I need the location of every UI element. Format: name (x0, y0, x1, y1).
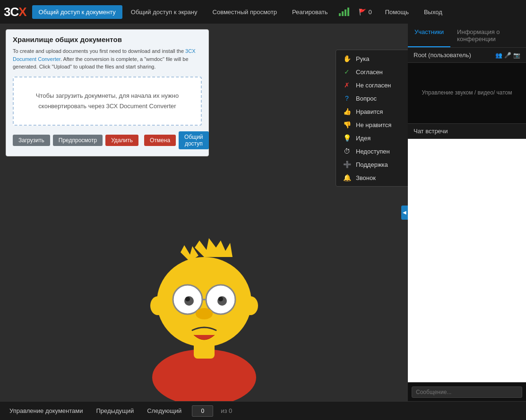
svg-point-11 (185, 297, 190, 301)
bart-svg (129, 174, 280, 401)
tab-conference-info[interactable]: Информация о конференции (450, 24, 526, 47)
question-icon: ? (343, 94, 351, 102)
bottom-bar: Управление документами Предыдущий Следую… (0, 401, 526, 420)
chat-body[interactable] (408, 139, 526, 382)
thumbs-down-icon: 👎 (343, 121, 351, 129)
presenter-image (124, 165, 285, 401)
reaction-hand[interactable]: ✋ Рука (336, 52, 408, 65)
react-button[interactable]: Реагировать (285, 5, 334, 19)
idea-icon: 💡 (343, 134, 351, 142)
doc-share-button[interactable]: Общий доступ к документу (32, 5, 122, 19)
doc-upload-text: Чтобы загрузить докумнеты, для начала их… (36, 92, 179, 110)
participant-name: Root (пользователь) (414, 51, 471, 59)
chat-input[interactable] (412, 386, 522, 398)
participant-screen-icon: 👥 (495, 52, 502, 59)
plus-icon: ➕ (343, 161, 351, 168)
tab-participants[interactable]: Участники (408, 24, 450, 47)
collapse-sidebar-button[interactable]: ◀ (401, 206, 408, 220)
svg-point-6 (243, 296, 258, 315)
chat-header: Чат встречи (408, 124, 526, 139)
prev-button[interactable]: Предыдущий (93, 405, 137, 416)
collab-button[interactable]: Совместный просмотр (206, 5, 284, 19)
upload-button[interactable]: Загрузить (13, 135, 50, 146)
doc-panel-description: To create and upload documents you first… (13, 47, 202, 71)
main-layout: Хранилище общих документов To create and… (0, 24, 526, 401)
app-logo: 3CX (4, 5, 26, 19)
help-button[interactable]: Помощь (379, 5, 415, 19)
right-sidebar: ◀ Участники Информация о конференции Roo… (408, 24, 526, 401)
reaction-idea[interactable]: 💡 Идея (336, 131, 408, 145)
video-area: Управление звуком / видео/ чатом (408, 62, 526, 124)
document-panel: Хранилище общих документов To create and… (6, 29, 209, 156)
participant-icons: 👥 🎤 📷 (495, 52, 520, 59)
reaction-disagree[interactable]: ✗ Не согласен (336, 78, 408, 92)
exit-button[interactable]: Выход (417, 5, 449, 19)
svg-point-16 (196, 308, 213, 319)
reaction-dislike[interactable]: 👎 Не нравится (336, 118, 408, 131)
content-area: Хранилище общих документов To create and… (0, 24, 408, 401)
delete-button[interactable]: Удалить (105, 135, 138, 146)
page-total: из 0 (221, 407, 232, 414)
signal-icon (339, 8, 349, 16)
reaction-agree[interactable]: ✓ Согласен (336, 65, 408, 78)
preview-button[interactable]: Предпросмотр (53, 135, 103, 146)
participant-mic-icon: 🎤 (504, 52, 511, 59)
doc-buttons: Загрузить Предпросмотр Удалить Отмена Об… (13, 131, 202, 149)
reaction-call[interactable]: 🔔 Звонок (336, 171, 408, 184)
clock-icon: ⏱ (343, 147, 351, 155)
page-input[interactable] (192, 405, 213, 417)
svg-marker-3 (195, 238, 233, 257)
doc-upload-area[interactable]: Чтобы загрузить докумнеты, для начала их… (13, 77, 202, 126)
flag-icon: 🚩 (359, 9, 366, 16)
cancel-button[interactable]: Отмена (144, 135, 176, 146)
sidebar-tabs: Участники Информация о конференции (408, 24, 526, 48)
flag-button[interactable]: 🚩 0 (354, 5, 376, 19)
reaction-busy[interactable]: ⏱ Недоступен (336, 145, 408, 158)
screen-share-button[interactable]: Общий доступ к экрану (124, 5, 204, 19)
svg-point-2 (157, 257, 251, 347)
share-button[interactable]: Общий доступ (179, 131, 209, 149)
bell-icon: 🔔 (343, 174, 351, 181)
cross-icon: ✗ (343, 81, 351, 89)
svg-point-5 (150, 296, 165, 315)
doc-panel-title: Хранилище общих документов (13, 35, 202, 43)
hand-icon: ✋ (343, 55, 351, 62)
reaction-menu: ✋ Рука ✓ Согласен ✗ Не согласен ? Вопрос… (336, 50, 408, 187)
reaction-support[interactable]: ➕ Поддержка (336, 158, 408, 171)
svg-point-12 (218, 297, 223, 301)
doc-manage-button[interactable]: Управление документами (7, 405, 86, 416)
participant-row: Root (пользователь) 👥 🎤 📷 (408, 48, 526, 62)
participant-cam-icon: 📷 (513, 52, 520, 59)
video-control-text: Управление звуком / видео/ чатом (417, 84, 517, 102)
thumbs-up-icon: 👍 (343, 108, 351, 115)
reaction-like[interactable]: 👍 Нравится (336, 105, 408, 118)
next-button[interactable]: Следующий (144, 405, 184, 416)
top-navigation: 3CX Общий доступ к документу Общий досту… (0, 0, 526, 24)
reaction-question[interactable]: ? Вопрос (336, 92, 408, 105)
check-icon: ✓ (343, 68, 351, 76)
chat-section: Чат встречи (408, 124, 526, 401)
